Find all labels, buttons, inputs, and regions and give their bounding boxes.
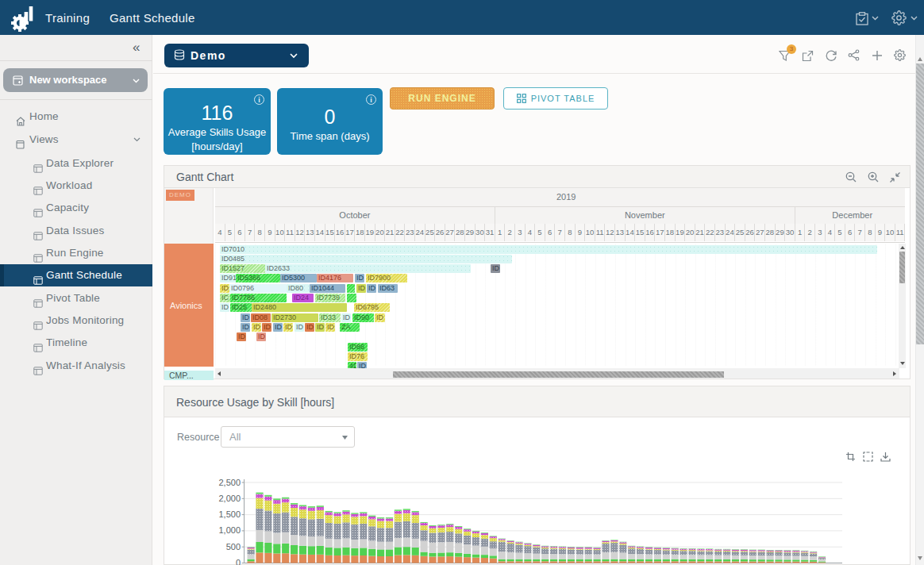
svg-text:2,500: 2,500 xyxy=(218,478,241,487)
svg-text:0: 0 xyxy=(236,558,241,565)
svg-text:1,500: 1,500 xyxy=(218,509,241,519)
svg-text:2,000: 2,000 xyxy=(218,494,241,503)
svg-text:1,000: 1,000 xyxy=(218,525,241,535)
svg-text:500: 500 xyxy=(226,542,241,552)
